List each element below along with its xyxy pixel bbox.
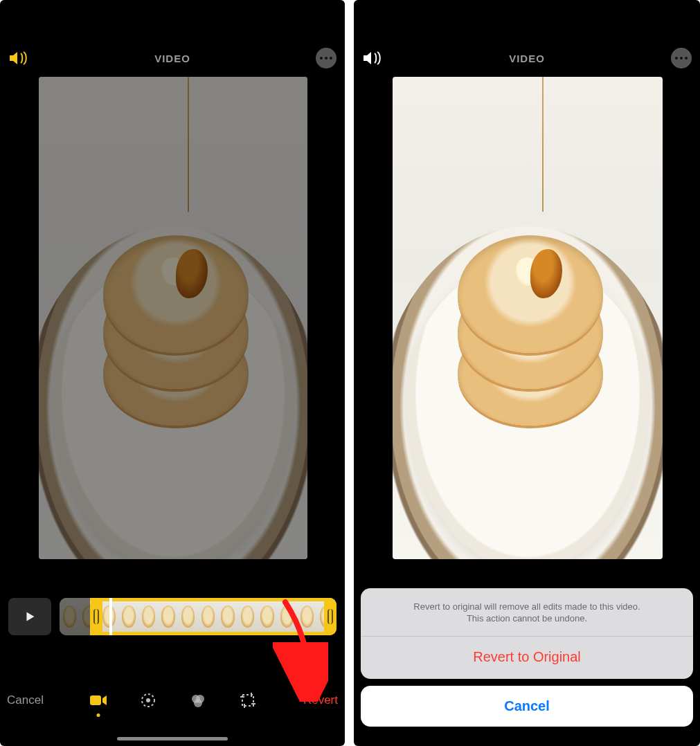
action-sheet-message: Revert to original will remove all edits…	[361, 588, 693, 636]
revert-to-original-button[interactable]: Revert to Original	[361, 637, 693, 679]
video-preview[interactable]	[39, 77, 307, 559]
ellipsis-icon	[320, 57, 332, 60]
video-tab-icon[interactable]	[89, 691, 108, 710]
action-sheet: Revert to original will remove all edits…	[361, 588, 693, 727]
bottom-toolbar: Cancel Revert	[0, 682, 345, 718]
more-options-button[interactable]	[671, 48, 692, 69]
screen-title: VIDEO	[354, 53, 700, 64]
cancel-button[interactable]: Cancel	[7, 693, 44, 707]
action-sheet-message-line1: Revert to original will remove all edits…	[413, 601, 640, 612]
top-bar: VIDEO	[354, 39, 700, 77]
trim-handle-right[interactable]	[324, 598, 336, 635]
adjust-tab-icon[interactable]	[138, 691, 158, 710]
screen-title: VIDEO	[0, 53, 345, 64]
revert-button[interactable]: Revert	[303, 693, 338, 707]
home-indicator[interactable]	[472, 737, 582, 740]
timeline-unselected	[60, 598, 90, 635]
action-sheet-cancel-button[interactable]: Cancel	[361, 686, 693, 727]
crop-tab-icon[interactable]	[238, 691, 258, 710]
video-frame	[393, 77, 663, 559]
volume-icon[interactable]	[8, 51, 29, 66]
timeline-row	[8, 598, 336, 635]
svg-rect-0	[90, 695, 101, 705]
edit-mode-tabs	[89, 691, 258, 710]
phone-right: VIDEO	[354, 0, 700, 746]
trim-handle-left[interactable]	[90, 598, 102, 635]
phone-left: VIDEO	[0, 0, 345, 746]
dim-overlay	[39, 77, 307, 559]
trim-timeline[interactable]	[60, 598, 336, 635]
filters-tab-icon[interactable]	[188, 691, 208, 710]
video-preview[interactable]	[393, 77, 663, 559]
play-button[interactable]	[8, 598, 51, 635]
volume-icon[interactable]	[362, 51, 383, 66]
ellipsis-icon	[675, 57, 688, 60]
side-by-side-stage: VIDEO	[0, 0, 700, 746]
svg-point-5	[194, 699, 202, 707]
action-sheet-message-line2: This action cannot be undone.	[467, 613, 587, 624]
svg-point-2	[146, 698, 150, 702]
home-indicator[interactable]	[117, 737, 228, 740]
playhead[interactable]	[109, 598, 112, 635]
action-sheet-panel: Revert to original will remove all edits…	[361, 588, 693, 679]
top-bar: VIDEO	[0, 39, 345, 77]
more-options-button[interactable]	[316, 48, 336, 69]
